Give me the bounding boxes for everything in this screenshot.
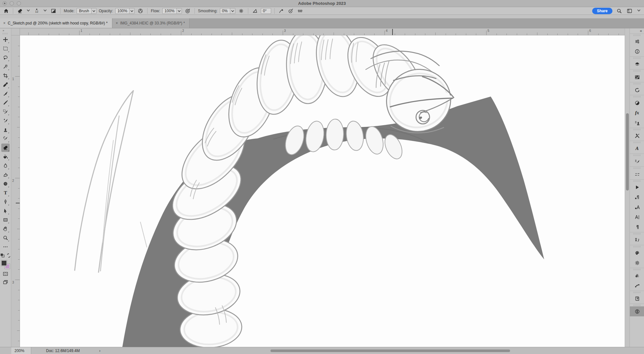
document-tab-1[interactable]: ×C_Sketch.psd @ 200% (sketch with hood c…: [0, 18, 112, 28]
mode-dropdown[interactable]: Brush: [77, 8, 96, 14]
tool-pen[interactable]: [1, 198, 10, 206]
panel-group-grip[interactable]: [633, 96, 640, 98]
tool-quick-selection[interactable]: [1, 62, 10, 71]
panel-layers[interactable]: [630, 59, 644, 69]
horizontal-scrollbar[interactable]: [270, 349, 510, 352]
panel-brush-settings[interactable]: [630, 156, 644, 166]
pressure-size-icon[interactable]: [278, 8, 285, 14]
status-expand-icon[interactable]: ›: [99, 348, 100, 353]
chevron-down-icon[interactable]: [26, 8, 31, 14]
panel-group-grip[interactable]: [633, 57, 640, 59]
panel-tool-presets[interactable]: [630, 131, 644, 141]
panel-actions[interactable]: [630, 182, 644, 192]
tool-move[interactable]: [1, 35, 10, 44]
screen-mode-icon[interactable]: [3, 280, 8, 286]
panel-group-grip[interactable]: [633, 292, 640, 293]
default-colors-icon[interactable]: [0, 253, 5, 259]
home-icon[interactable]: [3, 8, 10, 14]
document-canvas[interactable]: [20, 35, 625, 347]
panel-group-grip[interactable]: [633, 269, 640, 270]
tool-art-history-brush[interactable]: [1, 107, 10, 116]
panel-group-grip[interactable]: [633, 154, 640, 156]
panel-version-history[interactable]: [630, 235, 644, 245]
tool-sponge[interactable]: [1, 180, 10, 188]
tool-blur[interactable]: [1, 162, 10, 170]
brush-size-preview[interactable]: 12: [33, 7, 40, 14]
panel-character[interactable]: [630, 212, 644, 222]
panel-group-grip[interactable]: [633, 34, 640, 36]
panel-group-grip[interactable]: [633, 142, 640, 143]
panel-swatches[interactable]: [630, 72, 644, 82]
dock-collapse-icon[interactable]: «: [630, 28, 644, 33]
panel-libraries[interactable]: [630, 293, 644, 303]
tool-hand[interactable]: [1, 225, 10, 233]
vertical-scrollbar[interactable]: [626, 113, 629, 191]
panel-glyphs[interactable]: A: [630, 144, 644, 154]
tool-crop[interactable]: [1, 71, 10, 80]
tool-zoom[interactable]: [1, 234, 10, 242]
panel-clone-source[interactable]: [630, 118, 644, 128]
panel-paragraph[interactable]: [630, 222, 644, 232]
search-icon[interactable]: [616, 8, 623, 14]
tool-eraser[interactable]: [1, 144, 10, 152]
panel-current-panel[interactable]: [630, 306, 644, 316]
panel-info[interactable]: [630, 46, 644, 56]
tool-rectangle-shape[interactable]: [1, 216, 10, 224]
panel-paths[interactable]: [630, 281, 644, 291]
panel-group-grip[interactable]: [633, 70, 640, 72]
panel-properties[interactable]: [630, 36, 644, 46]
opacity-dropdown[interactable]: 100%: [115, 8, 135, 14]
panel-group-grip[interactable]: [633, 129, 640, 130]
panel-adjustments[interactable]: [630, 98, 644, 108]
panel-character-styles[interactable]: [630, 202, 644, 212]
tool-pencil[interactable]: [1, 98, 10, 107]
panel-group-grip[interactable]: [633, 83, 640, 85]
horizontal-ruler[interactable]: 123456: [11, 28, 625, 35]
brush-angle-field[interactable]: 0°: [261, 8, 271, 14]
panel-styles[interactable]: fx: [630, 108, 644, 118]
panel-group-grip[interactable]: [633, 167, 640, 169]
tool-paint-bucket[interactable]: [1, 153, 10, 161]
foreground-color-swatch[interactable]: [1, 260, 7, 266]
toggle-panels-icon[interactable]: [50, 8, 57, 14]
close-tab-icon[interactable]: ×: [3, 21, 5, 25]
smoothing-options-gear-icon[interactable]: [238, 8, 245, 14]
zoom-window-icon[interactable]: [17, 1, 21, 5]
panel-group-grip[interactable]: [633, 180, 640, 182]
tool-edit-toolbar[interactable]: [1, 243, 10, 251]
close-window-icon[interactable]: [3, 1, 7, 5]
toolbar-grip[interactable]: [3, 33, 8, 34]
symmetry-butterfly-icon[interactable]: [297, 8, 304, 14]
tool-smudge[interactable]: [1, 171, 10, 179]
zoom-level-field[interactable]: 200%: [11, 347, 31, 354]
close-tab-icon[interactable]: ×: [116, 21, 118, 25]
tool-type[interactable]: T: [1, 189, 10, 197]
tool-rectangular-marquee[interactable]: [1, 44, 10, 53]
tool-eyedropper[interactable]: [1, 80, 10, 89]
tool-clone-stamp[interactable]: [1, 126, 10, 134]
panel-paragraph-styles[interactable]: [630, 192, 644, 202]
flow-dropdown[interactable]: 100%: [162, 8, 182, 14]
share-button[interactable]: Share: [592, 8, 612, 14]
eraser-tool-preset-icon[interactable]: [16, 8, 24, 14]
tool-history-brush[interactable]: [1, 135, 10, 143]
toolbar-collapse-icon[interactable]: »: [0, 29, 5, 32]
quick-mask-icon[interactable]: [3, 271, 8, 278]
chevron-down-icon[interactable]: [43, 8, 48, 14]
tool-brush[interactable]: [1, 89, 10, 98]
document-tab-2[interactable]: ×IMG_4384.HEIC @ 33.3% (RGB/8*) *: [112, 18, 190, 28]
airbrush-icon[interactable]: [184, 8, 191, 14]
panel-brushes[interactable]: [630, 169, 644, 179]
vertical-ruler[interactable]: 123: [11, 35, 20, 347]
swap-colors-icon[interactable]: [6, 253, 11, 259]
tool-mixer-brush[interactable]: [1, 116, 10, 125]
airbrush-target-icon[interactable]: [287, 8, 294, 14]
smoothing-dropdown[interactable]: 0%: [220, 8, 235, 14]
panel-navigator[interactable]: [630, 258, 644, 268]
workspace-switcher-icon[interactable]: [626, 8, 633, 14]
tool-lasso[interactable]: [1, 53, 10, 62]
minimize-window-icon[interactable]: [10, 1, 14, 5]
chevron-down-icon[interactable]: [636, 8, 641, 14]
panel-history[interactable]: [630, 85, 644, 95]
panel-color[interactable]: [630, 248, 644, 258]
